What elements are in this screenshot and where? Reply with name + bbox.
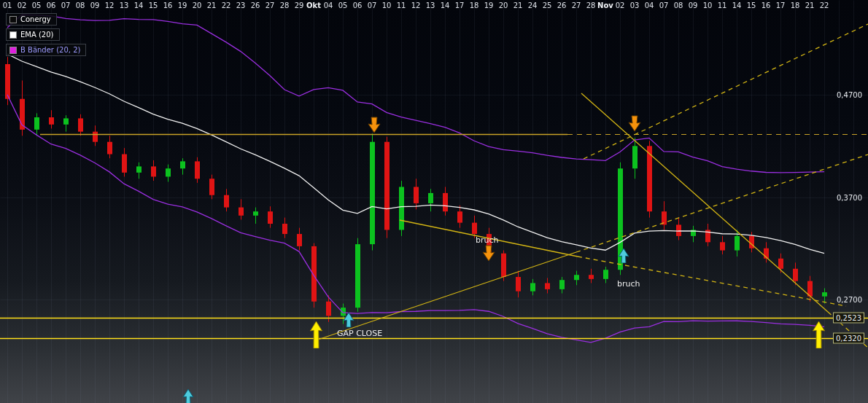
- legend-item-instrument[interactable]: Conergy: [6, 13, 57, 26]
- bollinger-swatch-icon: [9, 47, 17, 54]
- orange-down-arrow-icon[interactable]: [368, 117, 381, 133]
- orange-down-arrow-icon[interactable]: [482, 245, 495, 262]
- annotation-text[interactable]: GAP CLOSE: [337, 329, 382, 338]
- annotation-text[interactable]: bruch: [617, 279, 640, 289]
- ema-label: EMA (20): [20, 31, 54, 39]
- instrument-label: Conergy: [20, 15, 51, 23]
- orange-down-arrow-icon[interactable]: [628, 115, 641, 132]
- annotation-layer: bruchbruchGAP CLOSE: [0, 0, 868, 403]
- annotation-text[interactable]: bruch: [476, 235, 499, 245]
- yellow-up-arrow-icon[interactable]: [310, 321, 322, 348]
- cyan-up-arrow-icon[interactable]: [618, 249, 629, 263]
- legend-item-bollinger[interactable]: B Bänder (20, 2): [6, 44, 86, 56]
- cyan-up-arrow-icon[interactable]: [182, 389, 194, 403]
- legend-item-ema[interactable]: EMA (20): [6, 28, 60, 41]
- instrument-swatch-icon: [9, 16, 17, 23]
- cyan-up-arrow-icon[interactable]: [343, 313, 354, 327]
- chart-legend: Conergy EMA (20) B Bänder (20, 2): [6, 13, 86, 56]
- trading-chart-window: 0102050607080912131415161920212223262728…: [0, 0, 868, 403]
- ema-swatch-icon: [9, 31, 17, 39]
- bollinger-label: B Bänder (20, 2): [20, 46, 80, 54]
- yellow-up-arrow-icon[interactable]: [813, 321, 825, 348]
